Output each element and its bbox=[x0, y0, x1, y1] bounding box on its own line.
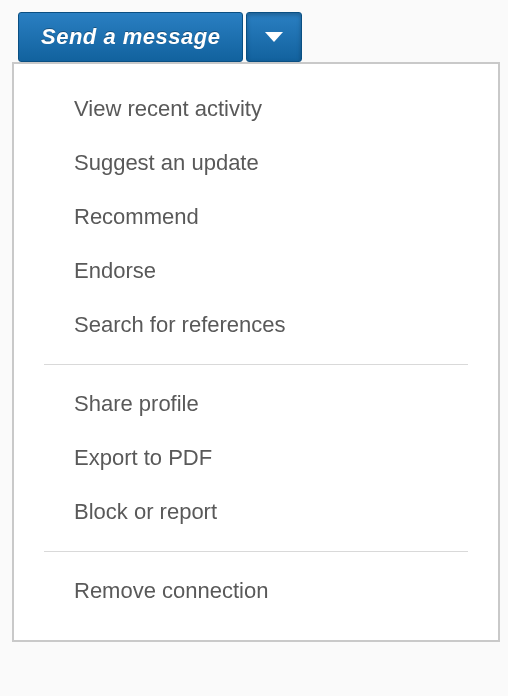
menu-item-search-references[interactable]: Search for references bbox=[14, 298, 498, 352]
dropdown-toggle-button[interactable] bbox=[246, 12, 302, 62]
menu-item-view-recent-activity[interactable]: View recent activity bbox=[14, 82, 498, 136]
menu-item-block-report[interactable]: Block or report bbox=[14, 485, 498, 539]
menu-item-recommend[interactable]: Recommend bbox=[14, 190, 498, 244]
send-message-button[interactable]: Send a message bbox=[18, 12, 243, 62]
menu-item-export-pdf[interactable]: Export to PDF bbox=[14, 431, 498, 485]
dropdown-menu: View recent activity Suggest an update R… bbox=[12, 62, 500, 642]
menu-divider bbox=[44, 551, 468, 552]
menu-item-endorse[interactable]: Endorse bbox=[14, 244, 498, 298]
menu-item-remove-connection[interactable]: Remove connection bbox=[14, 564, 498, 618]
menu-divider bbox=[44, 364, 468, 365]
menu-item-suggest-update[interactable]: Suggest an update bbox=[14, 136, 498, 190]
chevron-down-icon bbox=[265, 32, 283, 42]
menu-item-share-profile[interactable]: Share profile bbox=[14, 377, 498, 431]
